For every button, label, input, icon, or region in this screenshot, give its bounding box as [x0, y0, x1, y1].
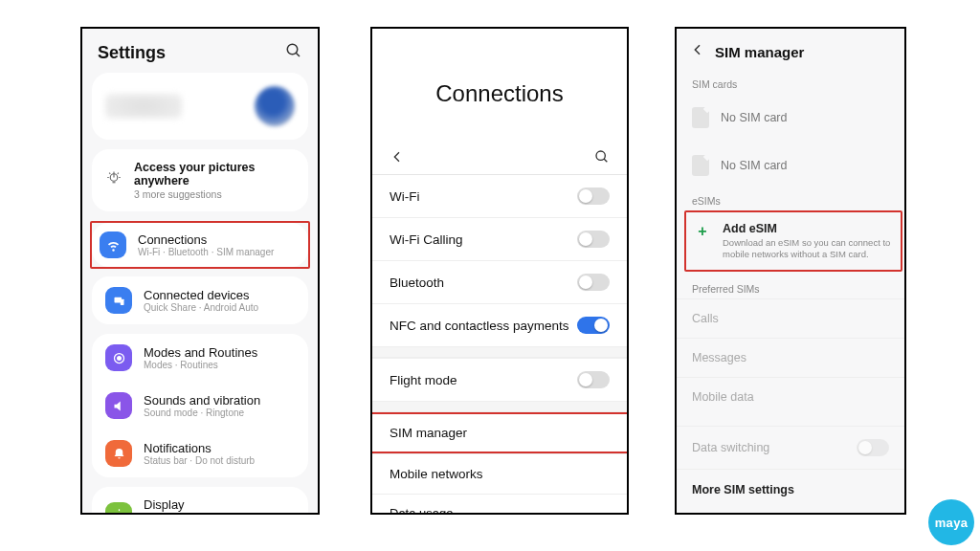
toggle-flight[interactable]	[577, 371, 610, 388]
svg-line-19	[604, 159, 607, 162]
sim-icon	[692, 155, 709, 176]
suggestion-card[interactable]: Access your pictures anywhere 3 more sug…	[92, 149, 308, 211]
item-title: Modes and Routines	[144, 345, 257, 360]
item-title: Display	[144, 497, 295, 512]
sim-header: SIM manager	[677, 29, 904, 73]
pref-mobile-data[interactable]: Mobile data	[677, 377, 904, 416]
section-sim-cards: SIM cards	[677, 73, 904, 94]
page-title: SIM manager	[715, 44, 804, 60]
row-label: Wi-Fi	[390, 189, 419, 204]
row-nfc[interactable]: NFC and contactless payments	[372, 303, 627, 346]
settings-screen: Settings Access your pictures anywhere 3…	[80, 27, 320, 515]
toggle-data-switching[interactable]	[857, 439, 889, 456]
modes-icon	[105, 344, 132, 371]
row-wifi[interactable]: Wi-Fi	[372, 174, 627, 217]
row-flight-mode[interactable]: Flight mode	[372, 358, 627, 401]
section-preferred: Preferred SIMs	[677, 277, 904, 298]
devices-icon	[105, 287, 132, 314]
row-label: Mobile networks	[390, 467, 483, 481]
toggle-bluetooth[interactable]	[577, 274, 610, 291]
plus-icon: +	[694, 223, 711, 240]
svg-point-0	[287, 44, 298, 55]
settings-item-sounds[interactable]: Sounds and vibration Sound mode · Ringto…	[92, 382, 308, 430]
svg-point-11	[117, 356, 122, 361]
sound-icon	[105, 392, 132, 419]
item-sub: Wi-Fi · Bluetooth · SIM manager	[138, 247, 274, 257]
toggle-wifi[interactable]	[577, 187, 610, 205]
avatar	[255, 86, 295, 126]
add-esim-sub: Download an eSIM so you can connect to m…	[723, 237, 893, 260]
toggle-wifi-calling[interactable]	[577, 231, 610, 248]
lightbulb-icon	[105, 170, 122, 190]
item-sub: Status bar · Do not disturb	[144, 455, 255, 466]
sim-label: No SIM card	[721, 111, 787, 124]
profile-card[interactable]	[92, 73, 308, 140]
row-label: SIM manager	[390, 426, 467, 440]
highlight-connections: Connections Wi-Fi · Bluetooth · SIM mana…	[90, 221, 310, 269]
item-title: Notifications	[144, 441, 255, 455]
settings-header: Settings	[82, 29, 318, 73]
item-sub: Brightness · Eye comfort shield · Naviga…	[144, 512, 295, 515]
section-gap	[372, 401, 627, 412]
row-cutoff: Data usage	[372, 494, 627, 515]
row-bluetooth[interactable]: Bluetooth	[372, 260, 627, 303]
svg-line-6	[109, 173, 110, 174]
watermark-logo: maya	[928, 499, 974, 545]
svg-line-1	[296, 53, 300, 56]
settings-item-connected-devices[interactable]: Connected devices Quick Share · Android …	[92, 276, 308, 324]
suggestion-title: Access your pictures anywhere	[134, 161, 295, 187]
settings-item-display[interactable]: Display Brightness · Eye comfort shield …	[92, 487, 308, 515]
row-mobile-networks[interactable]: Mobile networks	[372, 453, 627, 494]
row-label: Wi-Fi Calling	[390, 232, 463, 247]
sim-slot-1[interactable]: No SIM card	[677, 94, 904, 142]
row-more-sim-settings[interactable]: More SIM settings	[677, 469, 904, 510]
sim-icon	[692, 107, 709, 128]
settings-item-notifications[interactable]: Notifications Status bar · Do not distur…	[92, 430, 308, 477]
row-wifi-calling[interactable]: Wi-Fi Calling	[372, 217, 627, 260]
row-label: NFC and contactless payments	[390, 319, 569, 333]
item-sub: Sound mode · Ringtone	[144, 408, 260, 418]
search-icon[interactable]	[285, 42, 302, 63]
bell-icon	[105, 440, 132, 467]
svg-rect-10	[120, 298, 123, 304]
search-icon[interactable]	[594, 149, 610, 168]
page-title: Settings	[98, 43, 166, 63]
row-label: Bluetooth	[390, 276, 444, 290]
row-data-switching[interactable]: Data switching	[677, 426, 904, 469]
add-esim-row[interactable]: + Add eSIM Download an eSIM so you can c…	[686, 214, 901, 268]
highlight-sim-manager: SIM manager	[370, 412, 629, 453]
pref-calls[interactable]: Calls	[677, 298, 904, 338]
svg-point-13	[117, 513, 122, 515]
settings-item-modes[interactable]: Modes and Routines Modes · Routines	[92, 334, 308, 382]
back-icon[interactable]	[690, 42, 705, 61]
highlight-add-esim: + Add eSIM Download an eSIM so you can c…	[684, 210, 902, 272]
row-sim-manager[interactable]: SIM manager	[372, 414, 629, 452]
profile-name-redacted	[105, 94, 182, 119]
settings-item-connections[interactable]: Connections Wi-Fi · Bluetooth · SIM mana…	[92, 223, 308, 267]
add-esim-title: Add eSIM	[723, 222, 893, 235]
back-icon[interactable]	[390, 149, 405, 168]
item-title: Sounds and vibration	[144, 393, 260, 408]
wifi-icon	[100, 231, 126, 258]
sim-slot-2[interactable]: No SIM card	[677, 142, 904, 189]
svg-point-18	[596, 151, 605, 160]
section-gap	[372, 346, 627, 358]
connections-screen: Connections Wi-Fi Wi-Fi Calling Bluetoot…	[370, 27, 629, 515]
item-title: Connections	[138, 232, 274, 247]
pref-messages[interactable]: Messages	[677, 338, 904, 377]
sim-label: No SIM card	[721, 159, 787, 172]
page-title: Connections	[372, 29, 627, 149]
item-sub: Modes · Routines	[144, 360, 257, 370]
section-gap	[677, 416, 904, 426]
suggestion-sub: 3 more suggestions	[134, 188, 295, 200]
display-icon	[105, 502, 132, 516]
section-esims: eSIMs	[677, 189, 904, 210]
sim-manager-screen: SIM manager SIM cards No SIM card No SIM…	[675, 27, 906, 515]
nav-bar	[372, 149, 627, 174]
toggle-nfc[interactable]	[577, 317, 610, 334]
row-label: Data switching	[692, 441, 769, 454]
item-title: Connected devices	[144, 288, 258, 302]
svg-line-7	[118, 173, 119, 174]
item-sub: Quick Share · Android Auto	[144, 302, 258, 313]
row-label: Flight mode	[390, 373, 457, 387]
